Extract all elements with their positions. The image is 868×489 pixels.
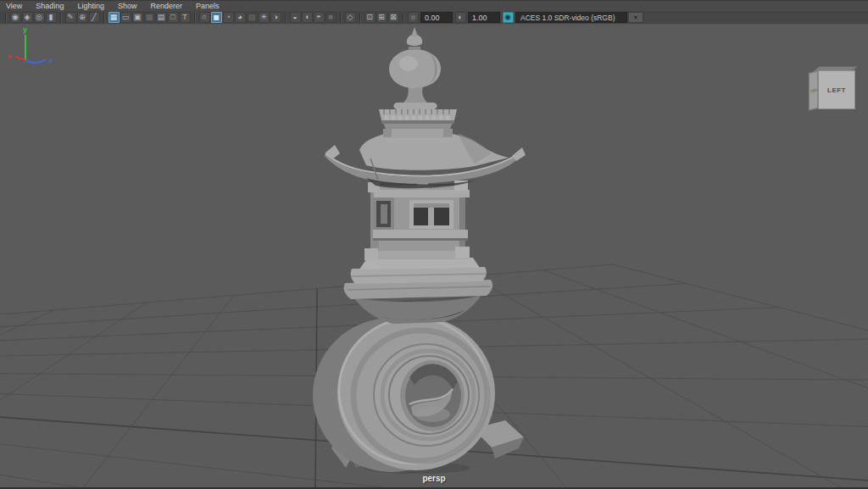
lantern-base-ring[interactable] — [313, 309, 524, 474]
safe-title-icon[interactable]: T — [180, 12, 191, 23]
axis-z-label: z — [49, 57, 53, 64]
material-override-icon[interactable]: ▨ — [247, 12, 258, 23]
textured-mode-icon[interactable]: ◕ — [235, 12, 246, 23]
menu-view[interactable]: View — [0, 1, 29, 11]
gate-mask-icon[interactable]: ▩ — [144, 12, 155, 23]
toolbar-separator — [340, 13, 341, 23]
toolbar-separator — [60, 13, 61, 23]
view-cube-side-label: FRONT — [810, 87, 815, 94]
viewport-toolbar: ◉◈◎▮✎⊕╱▦▭▣▩▤□T○◼◔◕▨☀◑◒◖◓■◇⊡⊞⊠☼0.00◐1.00◉… — [0, 11, 868, 25]
lock-camera-icon[interactable]: ◈ — [22, 12, 33, 23]
shaded-mode-icon[interactable]: ◼ — [211, 12, 222, 23]
colorspace-dropdown-arrow-icon[interactable]: ▼ — [628, 12, 643, 23]
grease-pencil-icon[interactable]: ✎ — [65, 12, 76, 23]
panel-menu-bar: ViewShadingLightingShowRendererPanels — [0, 0, 868, 11]
view-cube[interactable]: FRONT LEFT — [807, 63, 865, 115]
axis-gizmo: y x z — [0, 25, 68, 67]
toolbar-separator — [403, 13, 403, 23]
color-management-icon[interactable]: ◉ — [503, 12, 514, 23]
lantern-platform[interactable] — [344, 258, 493, 324]
menu-shading[interactable]: Shading — [29, 1, 70, 11]
view-cube-side-face[interactable]: FRONT — [809, 71, 818, 111]
lantern-finial[interactable] — [379, 27, 457, 124]
isolate-add-icon[interactable]: ⊞ — [376, 12, 387, 23]
view-cube-front-face[interactable]: LEFT — [818, 70, 855, 109]
toolbar-separator — [285, 13, 286, 23]
shadows-icon[interactable]: ◑ — [270, 12, 281, 23]
toolbar-separator — [103, 13, 104, 23]
anti-aliasing-icon[interactable]: ◓ — [314, 12, 325, 23]
shaded-wireframe-icon[interactable]: ◔ — [223, 12, 234, 23]
motion-blur-icon[interactable]: ◖ — [302, 12, 313, 23]
annotate-icon[interactable]: ╱ — [89, 12, 100, 23]
colorspace-dropdown[interactable]: ACES 1.0 SDR-video (sRGB)▼ — [515, 12, 643, 24]
isolate-select-icon[interactable]: ⊡ — [364, 12, 376, 23]
isolate-remove-icon[interactable]: ⊠ — [388, 12, 399, 23]
wireframe-icon[interactable]: ○ — [199, 12, 210, 23]
axis-x-label: x — [8, 53, 12, 60]
view-cube-front-label: LEFT — [827, 86, 846, 94]
toolbar-separator — [194, 13, 195, 23]
lights-icon[interactable]: ☀ — [259, 12, 270, 23]
camera-name-label[interactable]: persp — [0, 474, 868, 483]
exposure-field[interactable]: 0.00 — [420, 12, 453, 23]
film-gate-icon[interactable]: ▭ — [120, 12, 131, 23]
pan-zoom-icon[interactable]: ⊕ — [77, 12, 88, 23]
safe-action-icon[interactable]: □ — [168, 12, 179, 23]
lantern-upper-tier[interactable] — [383, 123, 453, 143]
exposure-icon[interactable]: ☼ — [408, 12, 419, 23]
gamma-field[interactable]: 1.00 — [468, 12, 500, 23]
resolution-gate-icon[interactable]: ▣ — [132, 12, 143, 23]
toolbar-separator — [359, 13, 360, 23]
menu-show[interactable]: Show — [111, 1, 144, 11]
3d-viewport[interactable]: FRONT LEFT y x z persp — [0, 25, 868, 489]
menu-panels[interactable]: Panels — [189, 1, 226, 11]
ambient-occlusion-icon[interactable]: ◒ — [290, 12, 301, 23]
grid-toggle-icon[interactable]: ▦ — [108, 12, 120, 23]
toolbar-separator — [5, 13, 6, 23]
transparency-icon[interactable]: ■ — [326, 12, 337, 23]
lantern-firebox[interactable] — [364, 181, 470, 260]
lantern-model[interactable] — [0, 25, 868, 489]
select-camera-icon[interactable]: ◉ — [10, 12, 21, 23]
camera-attributes-icon[interactable]: ◎ — [34, 12, 45, 23]
selection-highlight-icon[interactable]: ◇ — [345, 12, 356, 23]
colorspace-selected-value[interactable]: ACES 1.0 SDR-video (sRGB) — [515, 12, 627, 23]
bookmark-icon[interactable]: ▮ — [46, 12, 57, 23]
axis-y-label: y — [23, 25, 27, 34]
field-chart-icon[interactable]: ▤ — [156, 12, 167, 23]
menu-renderer[interactable]: Renderer — [143, 1, 189, 11]
menu-lighting[interactable]: Lighting — [70, 1, 111, 11]
gamma-icon[interactable]: ◐ — [455, 12, 466, 23]
